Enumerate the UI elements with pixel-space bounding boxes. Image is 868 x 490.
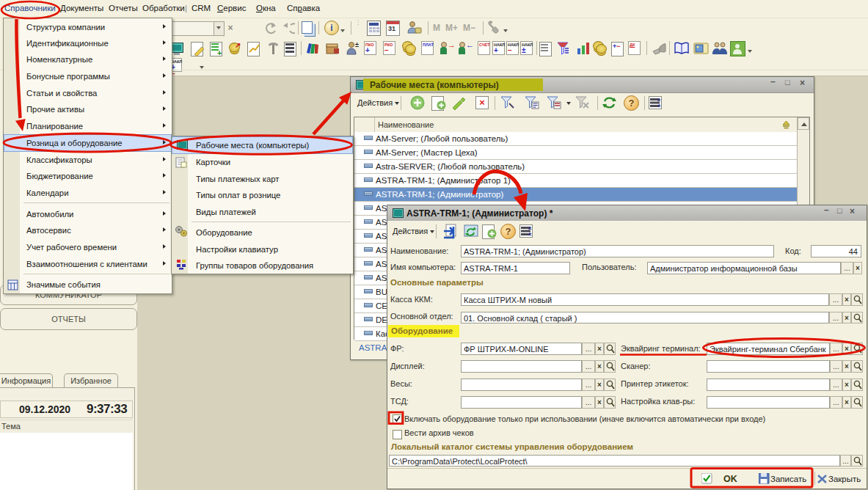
svg-text:±: ± [355, 41, 359, 48]
